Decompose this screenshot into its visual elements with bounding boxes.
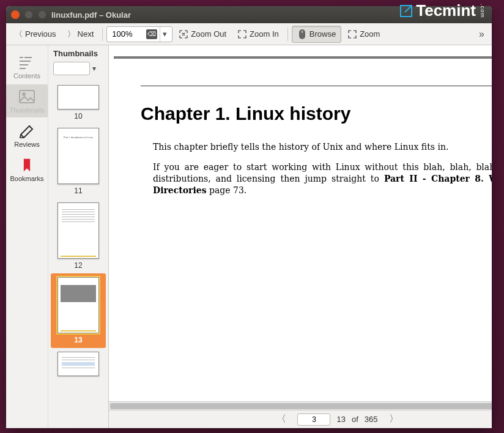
page-total: 365 — [365, 415, 378, 424]
thumbnail-item[interactable]: 10 — [51, 81, 106, 124]
paragraph: If you are eager to start working with L… — [141, 161, 492, 196]
clear-icon[interactable]: ⌫ — [146, 29, 157, 39]
thumbnails-label: Thumbnails — [10, 106, 45, 114]
watermark-brand: Tecmint — [416, 1, 476, 20]
zoom-tool-button[interactable]: Zoom — [343, 27, 385, 42]
toolbar-separator — [102, 28, 103, 41]
thumbnail-item[interactable]: Part I. Introduction to Linux 11 — [51, 124, 106, 199]
zoom-dropdown-icon[interactable]: ▾ — [160, 27, 169, 42]
page-prev-button[interactable]: 〈 — [272, 413, 291, 426]
paragraph: This chapter briefly tells the history o… — [141, 141, 492, 153]
toolbar-overflow-icon[interactable]: » — [475, 29, 488, 40]
thumbnail-item[interactable]: 12 — [51, 199, 106, 273]
zoom-out-icon — [179, 29, 188, 39]
paragraph-text: page 73. — [207, 185, 247, 195]
thumbnail-label: 13 — [74, 336, 82, 344]
document-viewport[interactable]: Chapter 1. Linux history This chapter br… — [109, 45, 492, 401]
thumbnails-filter-row: ▾ — [48, 62, 108, 79]
page-shown: 13 — [336, 415, 345, 424]
mouse-icon — [297, 29, 307, 40]
page-next-button[interactable]: 〉 — [384, 413, 404, 426]
bookmark-icon — [18, 158, 35, 172]
thumbnails-header: Thumbnails — [48, 45, 108, 62]
zoom-combobox[interactable]: ⌫ ▾ — [106, 26, 172, 42]
svg-point-4 — [22, 92, 26, 96]
thumbnail-page-preview: Part I. Introduction to Linux — [57, 128, 99, 184]
tecmint-watermark: Tecmint .com — [399, 1, 486, 20]
window-title: linuxfun.pdf – Okular — [51, 10, 131, 20]
toolbar-separator — [287, 28, 288, 41]
main-area: Contents Thumbnails Reviews Bookmarks Th… — [6, 45, 492, 428]
thumbnail-page-preview — [57, 352, 99, 376]
thumbnail-page-preview — [57, 202, 99, 259]
zoom-in-icon — [237, 29, 247, 39]
contents-label: Contents — [13, 72, 40, 80]
next-button[interactable]: 〉 Next — [62, 26, 99, 42]
page-number-input[interactable] — [297, 413, 330, 426]
reviews-label: Reviews — [14, 141, 40, 148]
horizontal-scrollbar[interactable] — [109, 401, 492, 410]
main-toolbar: 〈 Previous 〉 Next ⌫ ▾ Zoom Out Zoom In B… — [6, 23, 492, 45]
document-area: Chapter 1. Linux history This chapter br… — [109, 45, 492, 428]
thumbnail-label: 12 — [74, 261, 82, 270]
browse-label: Browse — [309, 29, 336, 39]
svg-rect-2 — [302, 31, 303, 33]
zoom-tool-label: Zoom — [360, 29, 380, 39]
sidebar-tab-reviews[interactable]: Reviews — [6, 119, 48, 152]
thumbnail-item[interactable] — [51, 348, 106, 380]
zoom-in-label: Zoom In — [250, 29, 279, 39]
funnel-icon[interactable]: ▾ — [92, 64, 103, 73]
thumbnails-filter-input[interactable] — [53, 62, 90, 75]
bookmarks-label: Bookmarks — [10, 175, 43, 182]
thumbnail-label: 11 — [74, 187, 82, 195]
sidebar-tab-bookmarks[interactable]: Bookmarks — [6, 153, 48, 186]
page-rule — [141, 86, 492, 86]
statusbar: 〈 13 of 365 〉 — [109, 410, 492, 428]
app-window: linuxfun.pdf – Okular 〈 Previous 〉 Next … — [6, 6, 492, 428]
zoom-tool-icon — [347, 29, 357, 39]
sidebar-tabs: Contents Thumbnails Reviews Bookmarks — [6, 45, 48, 428]
previous-label: Previous — [25, 29, 56, 39]
sidebar-tab-thumbnails[interactable]: Thumbnails — [6, 84, 48, 117]
zoom-out-button[interactable]: Zoom Out — [174, 27, 231, 42]
window-minimize-button[interactable] — [24, 10, 33, 19]
previous-button[interactable]: 〈 Previous — [10, 26, 61, 42]
thumbnails-list[interactable]: 10 Part I. Introduction to Linux 11 — [48, 79, 108, 428]
of-label: of — [352, 415, 358, 424]
thumbnail-page-preview: Chapter 1. Linux history — [57, 277, 99, 333]
thumbnail-item-selected[interactable]: Chapter 1. Linux history 13 — [51, 273, 106, 348]
thumbnails-panel: Thumbnails ▾ 10 Part I. Introduction to … — [48, 45, 109, 428]
zoom-in-button[interactable]: Zoom In — [232, 27, 284, 42]
scrollbar-handle[interactable] — [110, 403, 492, 409]
watermark-suffix: .com — [480, 4, 486, 18]
contents-icon — [18, 55, 35, 70]
window-maximize-button[interactable] — [38, 10, 46, 19]
svg-rect-3 — [20, 91, 34, 103]
next-label: Next — [78, 29, 94, 39]
reviews-icon — [18, 124, 35, 138]
tecmint-logo-icon — [399, 4, 413, 18]
chevron-left-icon: 〈 — [15, 29, 23, 40]
browse-button[interactable]: Browse — [292, 26, 341, 43]
chapter-title: Chapter 1. Linux history — [141, 103, 492, 124]
thumbnails-icon — [18, 89, 35, 104]
thumbnail-label: 10 — [74, 112, 82, 120]
window-close-button[interactable] — [11, 10, 20, 19]
zoom-input[interactable] — [109, 29, 146, 39]
thumbnail-page-preview — [57, 85, 99, 109]
zoom-out-label: Zoom Out — [191, 29, 226, 39]
sidebar-tab-contents[interactable]: Contents — [6, 50, 48, 83]
document-page: Chapter 1. Linux history This chapter br… — [114, 56, 492, 327]
chevron-right-icon: 〉 — [67, 29, 75, 40]
